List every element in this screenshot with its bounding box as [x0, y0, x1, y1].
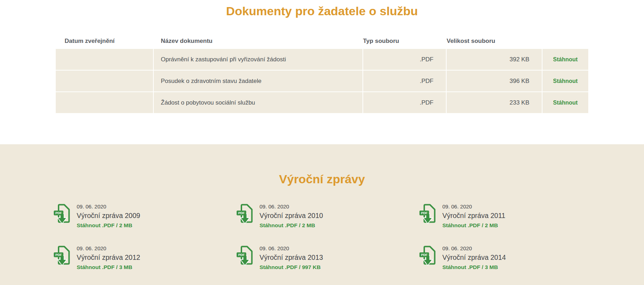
report-date: 09. 06. 2020	[77, 245, 140, 252]
col-header-file-type: Typ souboru	[363, 34, 447, 48]
table-row: Oprávnění k zastupování při vyřizování ž…	[56, 49, 588, 70]
report-title: Výroční zpráva 2014	[442, 253, 506, 262]
table-row: Žádost o pobytovou sociální službu .PDF …	[56, 92, 588, 113]
report-item: 09. 06. 2020 Výroční zpráva 2010 Stáhnou…	[236, 203, 419, 229]
report-title: Výroční zpráva 2011	[442, 211, 505, 220]
cell-file-type: .PDF	[363, 49, 447, 70]
documents-section: Dokumenty pro žadatele o službu Datum zv…	[0, 0, 644, 144]
download-link[interactable]: Stáhnout	[553, 100, 578, 106]
pdf-download-icon[interactable]	[54, 245, 71, 266]
cell-document-name: Oprávnění k zastupování při vyřizování ž…	[154, 49, 363, 70]
report-date: 09. 06. 2020	[260, 203, 323, 210]
report-date: 09. 06. 2020	[442, 203, 505, 210]
report-download-link[interactable]: Stáhnout .PDF / 2 MB	[260, 222, 315, 229]
report-download-link[interactable]: Stáhnout .PDF / 2 MB	[442, 222, 498, 229]
documents-table: Datum zveřejnění Název dokumentu Typ sou…	[56, 33, 588, 114]
pdf-download-icon[interactable]	[54, 203, 71, 224]
table-header-row: Datum zveřejnění Název dokumentu Typ sou…	[56, 34, 588, 48]
table-row: Posudek o zdravotním stavu žadatele .PDF…	[56, 71, 588, 91]
annual-reports-section: Výroční zprávy 09. 06. 2020 Výroční zprá…	[0, 144, 644, 285]
report-title: Výroční zpráva 2012	[77, 253, 140, 262]
report-download-link[interactable]: Stáhnout .PDF / 997 KB	[260, 264, 321, 270]
report-item: 09. 06. 2020 Výroční zpráva 2014 Stáhnou…	[419, 245, 602, 270]
report-date: 09. 06. 2020	[260, 245, 323, 252]
cell-publish-date	[56, 92, 154, 113]
pdf-download-icon[interactable]	[236, 203, 253, 224]
report-title: Výroční zpráva 2013	[260, 253, 323, 262]
cell-file-size: 392 KB	[447, 49, 542, 70]
report-download-link[interactable]: Stáhnout .PDF / 3 MB	[77, 264, 132, 270]
report-title: Výroční zpráva 2010	[260, 211, 323, 220]
annual-reports-grid: 09. 06. 2020 Výroční zpráva 2009 Stáhnou…	[42, 203, 602, 270]
col-header-file-size: Velikost souboru	[447, 34, 542, 48]
report-item: 09. 06. 2020 Výroční zpráva 2011 Stáhnou…	[419, 203, 602, 229]
cell-file-size: 233 KB	[447, 92, 542, 113]
download-link[interactable]: Stáhnout	[553, 56, 578, 62]
cell-file-type: .PDF	[363, 71, 447, 91]
cell-document-name: Posudek o zdravotním stavu žadatele	[154, 71, 363, 91]
report-item: 09. 06. 2020 Výroční zpráva 2009 Stáhnou…	[54, 203, 236, 229]
cell-document-name: Žádost o pobytovou sociální službu	[154, 92, 363, 113]
report-item: 09. 06. 2020 Výroční zpráva 2012 Stáhnou…	[54, 245, 236, 270]
col-header-publish-date: Datum zveřejnění	[56, 34, 154, 48]
report-date: 09. 06. 2020	[77, 203, 140, 210]
report-download-link[interactable]: Stáhnout .PDF / 2 MB	[77, 222, 132, 229]
pdf-download-icon[interactable]	[419, 203, 436, 224]
annual-reports-title: Výroční zprávy	[0, 172, 644, 186]
report-item: 09. 06. 2020 Výroční zpráva 2013 Stáhnou…	[236, 245, 419, 270]
report-date: 09. 06. 2020	[442, 245, 506, 252]
col-header-download	[542, 34, 588, 48]
download-link[interactable]: Stáhnout	[553, 78, 578, 84]
report-title: Výroční zpráva 2009	[77, 211, 140, 220]
documents-section-title: Dokumenty pro žadatele o službu	[0, 4, 644, 18]
report-download-link[interactable]: Stáhnout .PDF / 3 MB	[442, 264, 498, 270]
pdf-download-icon[interactable]	[236, 245, 253, 266]
cell-file-type: .PDF	[363, 92, 447, 113]
cell-publish-date	[56, 71, 154, 91]
pdf-download-icon[interactable]	[419, 245, 436, 266]
cell-file-size: 396 KB	[447, 71, 542, 91]
cell-publish-date	[56, 49, 154, 70]
col-header-document-name: Název dokumentu	[154, 34, 363, 48]
